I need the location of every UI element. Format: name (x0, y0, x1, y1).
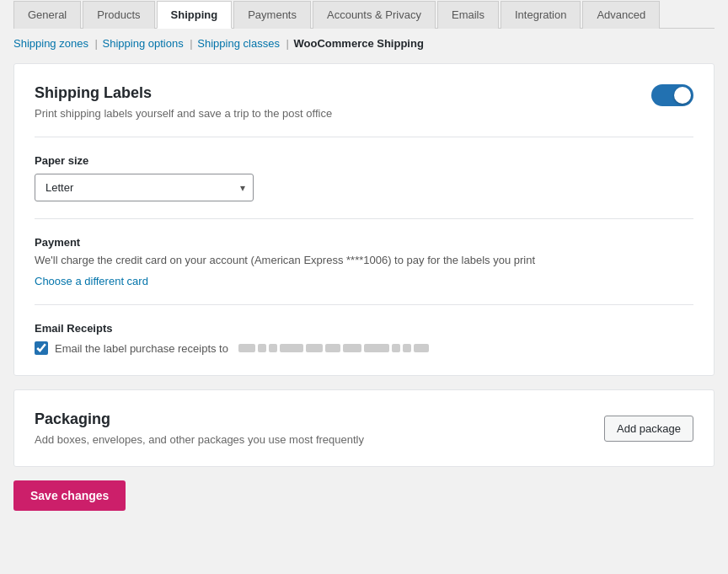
redacted-block-9 (392, 344, 400, 352)
separator-1: | (95, 37, 98, 50)
paper-size-select[interactable]: Letter A4 Legal (35, 174, 254, 201)
subnav-shipping-options[interactable]: Shipping options (103, 37, 184, 50)
add-package-button[interactable]: Add package (604, 416, 693, 442)
tab-general[interactable]: General (13, 1, 81, 29)
save-changes-button[interactable]: Save changes (13, 480, 126, 511)
shipping-labels-subtitle: Print shipping labels yourself and save … (35, 107, 332, 120)
packaging-info: Packaging Add boxes, envelopes, and othe… (35, 410, 364, 446)
paper-size-label: Paper size (35, 154, 693, 167)
payment-text: We'll charge the credit card on your acc… (35, 254, 693, 266)
packaging-card: Packaging Add boxes, envelopes, and othe… (13, 389, 715, 467)
tab-products[interactable]: Products (83, 1, 154, 29)
email-receipts-checkbox[interactable] (35, 341, 48, 355)
shipping-labels-title: Shipping Labels (35, 84, 332, 102)
subnav-shipping-zones[interactable]: Shipping zones (13, 37, 88, 50)
email-receipts-text: Email the label purchase receipts to (55, 342, 228, 355)
divider-3 (35, 304, 693, 305)
packaging-subtitle: Add boxes, envelopes, and other packages… (35, 433, 364, 446)
email-receipts-row: Email the label purchase receipts to (35, 341, 693, 355)
payment-label: Payment (35, 236, 693, 249)
redacted-block-7 (343, 344, 361, 352)
tab-accounts-privacy[interactable]: Accounts & Privacy (313, 1, 436, 29)
redacted-block-3 (269, 344, 277, 352)
tab-shipping[interactable]: Shipping (157, 1, 233, 29)
shipping-labels-toggle[interactable] (651, 84, 693, 106)
redacted-block-8 (364, 344, 389, 352)
tab-emails[interactable]: Emails (437, 1, 499, 29)
tab-bar: General Products Shipping Payments Accou… (13, 0, 715, 29)
payment-section: Payment We'll charge the credit card on … (35, 236, 693, 287)
subnav-shipping-classes[interactable]: Shipping classes (197, 37, 280, 50)
divider-2 (35, 218, 693, 219)
paper-size-select-wrapper: Letter A4 Legal ▾ (35, 174, 254, 201)
email-receipts-label: Email Receipts (35, 322, 693, 335)
redacted-email (238, 344, 429, 352)
separator-2: | (190, 37, 192, 50)
toggle-thumb (674, 87, 691, 104)
redacted-block-4 (280, 344, 303, 352)
sub-nav: Shipping zones | Shipping options | Ship… (13, 29, 715, 56)
divider-1 (35, 137, 693, 137)
redacted-block-6 (325, 344, 340, 352)
redacted-block-11 (414, 344, 429, 352)
choose-different-card-link[interactable]: Choose a different card (35, 275, 148, 287)
shipping-labels-card: Shipping Labels Print shipping labels yo… (13, 63, 715, 376)
tab-payments[interactable]: Payments (233, 1, 311, 29)
card-header: Shipping Labels Print shipping labels yo… (35, 84, 693, 120)
redacted-block-1 (238, 344, 255, 352)
card-header-text: Shipping Labels Print shipping labels yo… (35, 84, 332, 120)
redacted-block-5 (306, 344, 323, 352)
separator-3: | (286, 37, 289, 50)
paper-size-section: Paper size Letter A4 Legal ▾ (35, 154, 693, 201)
redacted-block-2 (258, 344, 266, 352)
packaging-title: Packaging (35, 410, 364, 428)
subnav-active-item: WooCommerce Shipping (294, 37, 424, 50)
redacted-block-10 (403, 344, 411, 352)
packaging-card-inner: Packaging Add boxes, envelopes, and othe… (35, 410, 693, 446)
tab-advanced[interactable]: Advanced (582, 1, 660, 29)
tab-integration[interactable]: Integration (500, 1, 581, 29)
main-content: Shipping Labels Print shipping labels yo… (13, 56, 715, 528)
email-receipts-section: Email Receipts Email the label purchase … (35, 322, 693, 355)
